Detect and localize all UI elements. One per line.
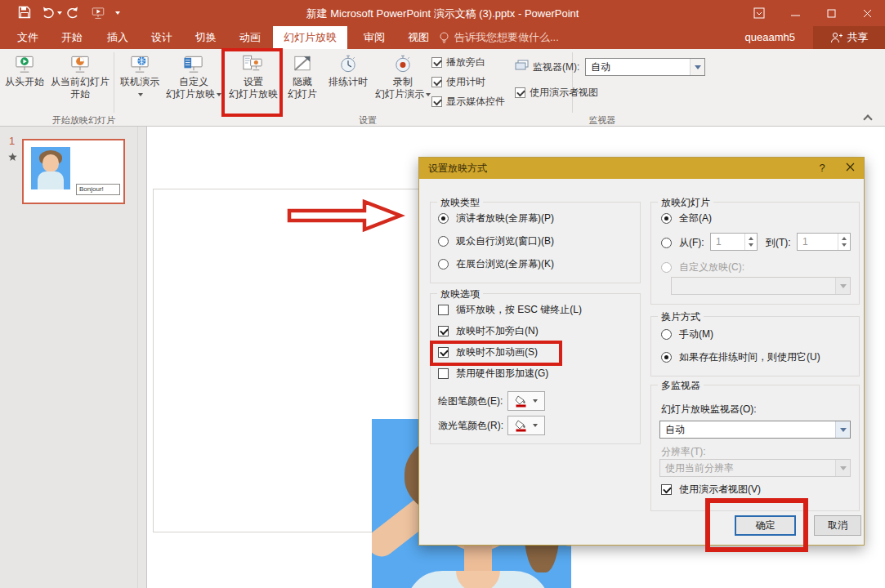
slideshow-monitor-select[interactable]: 自动 <box>659 421 851 439</box>
collapse-ribbon-icon[interactable] <box>863 114 872 123</box>
radio-all-slides[interactable]: 全部(A) <box>661 212 712 225</box>
to-slide-label: 到(T): <box>766 236 791 250</box>
show-media-controls-checkbox[interactable]: 显示媒体控件 <box>431 94 505 109</box>
combo-arrow[interactable] <box>835 421 850 438</box>
laser-color-button[interactable] <box>507 416 545 435</box>
monitor-label: 监视器(M): <box>533 60 579 74</box>
laser-color-label: 激光笔颜色(R): <box>438 419 503 433</box>
radio-custom-show[interactable]: 自定义放映(C): <box>661 261 744 274</box>
pen-color-button[interactable] <box>507 391 545 411</box>
checkbox[interactable] <box>431 77 442 87</box>
panel-divider <box>137 127 138 588</box>
dropdown-caret <box>533 399 538 403</box>
radio-manual-advance[interactable]: 手动(M) <box>661 327 713 341</box>
paint-bucket-icon <box>515 419 528 432</box>
checkbox-use-presenter-view[interactable]: 使用演示者视图(V) <box>661 483 761 497</box>
radio-from-slide[interactable]: 从(F): <box>661 236 704 250</box>
combo-arrow <box>835 278 850 294</box>
group-label-setup: 设置 <box>311 114 425 127</box>
from-current-slide-button[interactable]: 从当前幻灯片 开始 <box>47 51 113 113</box>
share-person-icon <box>830 32 843 43</box>
monitor-select[interactable]: 自动 <box>585 58 705 76</box>
tab-view[interactable]: 视图 <box>397 26 440 49</box>
from-slide-spinner[interactable]: 1 <box>710 233 758 251</box>
custom-show-select <box>671 277 851 295</box>
ribbon: 从头开始 从当前幻灯片 开始 联机演示 自定义 幻灯片放映 设置 幻灯片放映 隐… <box>0 49 885 127</box>
tab-review[interactable]: 审阅 <box>353 26 396 49</box>
group-label-monitor: 监视器 <box>541 114 664 127</box>
play-narrations-checkbox[interactable]: 播放旁白 <box>431 55 485 69</box>
resolution-select: 使用当前分辨率 <box>659 459 851 477</box>
use-timings-checkbox[interactable]: 使用计时 <box>431 74 485 89</box>
dropdown-caret <box>217 93 221 96</box>
thumbnail-photo <box>31 147 70 189</box>
title-bar: 新建 Microsoft PowerPoint 演示文稿 (3).pptx - … <box>0 0 885 26</box>
spinner-arrows[interactable] <box>744 234 757 250</box>
share-button[interactable]: 共享 <box>813 26 885 49</box>
slide-thumbnail-panel: 1 Bonjour! <box>0 127 147 588</box>
group-label-start: 开始放映幻灯片 <box>0 114 168 127</box>
checkbox-without-narration[interactable]: 放映时不加旁白(N) <box>438 324 539 338</box>
dialog-close-icon[interactable] <box>836 158 864 179</box>
hide-slide-button[interactable]: 隐藏 幻灯片 <box>281 51 324 113</box>
animation-star-icon <box>8 153 17 162</box>
checkbox-loop-continuously[interactable]: 循环放映，按 ESC 键终止(L) <box>438 303 582 317</box>
ribbon-display-options-icon[interactable] <box>741 0 777 26</box>
dialog-help-icon[interactable]: ? <box>808 158 836 179</box>
tab-transitions[interactable]: 切换 <box>185 26 227 49</box>
minimize-icon[interactable] <box>777 0 813 26</box>
record-slideshow-button[interactable]: 录制 幻灯片演示 <box>373 51 433 113</box>
slide-thumbnail[interactable]: Bonjour! <box>22 139 125 204</box>
ribbon-tab-row: 文件 开始 插入 设计 切换 动画 幻灯片放映 审阅 视图 告诉我您想要做什么.… <box>0 26 885 49</box>
dialog-title[interactable]: 设置放映方式 <box>419 158 864 179</box>
red-arrow-annotation <box>286 197 405 234</box>
radio-browsed-by-individual[interactable]: 观众自行浏览(窗口)(B) <box>438 234 554 248</box>
rehearse-timings-button[interactable]: 排练计时 <box>324 51 373 113</box>
account-name[interactable]: queaamh5 <box>745 26 795 49</box>
combo-arrow[interactable] <box>690 59 704 75</box>
checkbox[interactable] <box>515 87 525 98</box>
set-up-show-dialog: 设置放映方式 ? 放映类型 演讲者放映(全屏幕)(P) 观众自行浏览(窗口)(B… <box>418 157 865 546</box>
tab-insert[interactable]: 插入 <box>96 26 139 49</box>
ok-button[interactable]: 确定 <box>735 515 796 536</box>
radio-presented-by-speaker[interactable]: 演讲者放映(全屏幕)(P) <box>438 212 554 225</box>
divider <box>114 52 114 113</box>
combo-arrow <box>835 460 850 476</box>
tab-home[interactable]: 开始 <box>51 26 93 49</box>
thumbnail-textbox: Bonjour! <box>76 184 120 195</box>
from-beginning-button[interactable]: 从头开始 <box>2 51 47 113</box>
dropdown-caret <box>138 93 143 96</box>
use-presenter-view-checkbox[interactable]: 使用演示者视图 <box>515 85 598 100</box>
checkbox-disable-hardware-acceleration[interactable]: 禁用硬件图形加速(G) <box>438 367 548 381</box>
monitor-icon <box>515 60 529 72</box>
resolution-label: 分辨率(T): <box>661 445 706 459</box>
slideshow-monitor-label: 幻灯片放映监视器(O): <box>661 403 757 416</box>
set-up-slideshow-button[interactable]: 设置 幻灯片放映 <box>226 51 280 113</box>
checkbox[interactable] <box>431 57 442 68</box>
tell-me-box[interactable]: 告诉我您想要做什么... <box>439 26 559 49</box>
tab-animations[interactable]: 动画 <box>229 26 271 49</box>
maximize-icon[interactable] <box>813 0 849 26</box>
to-slide-spinner[interactable]: 1 <box>797 233 851 251</box>
cancel-button[interactable]: 取消 <box>814 515 861 536</box>
tab-design[interactable]: 设计 <box>141 26 183 49</box>
radio-browsed-at-kiosk[interactable]: 在展台浏览(全屏幕)(K) <box>438 257 554 271</box>
spinner-arrows[interactable] <box>838 234 850 250</box>
slide-number: 1 <box>9 135 15 147</box>
advance-slides-groupbox: 换片方式 <box>650 316 860 376</box>
group-divider <box>223 52 224 113</box>
present-online-button[interactable]: 联机演示 <box>116 51 163 113</box>
dropdown-caret <box>426 93 431 96</box>
close-icon[interactable] <box>849 0 885 26</box>
paint-bucket-icon <box>515 394 528 408</box>
tab-slideshow[interactable]: 幻灯片放映 <box>273 26 347 49</box>
custom-slideshow-button[interactable]: 自定义 幻灯片放映 <box>165 51 222 113</box>
checkbox-without-animation[interactable]: 放映时不加动画(S) <box>438 345 538 359</box>
radio-use-timings[interactable]: 如果存在排练时间，则使用它(U) <box>661 350 820 364</box>
dropdown-caret <box>533 424 538 427</box>
tab-file[interactable]: 文件 <box>7 26 49 49</box>
lightbulb-icon <box>439 32 449 44</box>
checkbox[interactable] <box>431 96 442 107</box>
pen-color-label: 绘图笔颜色(E): <box>438 394 503 408</box>
